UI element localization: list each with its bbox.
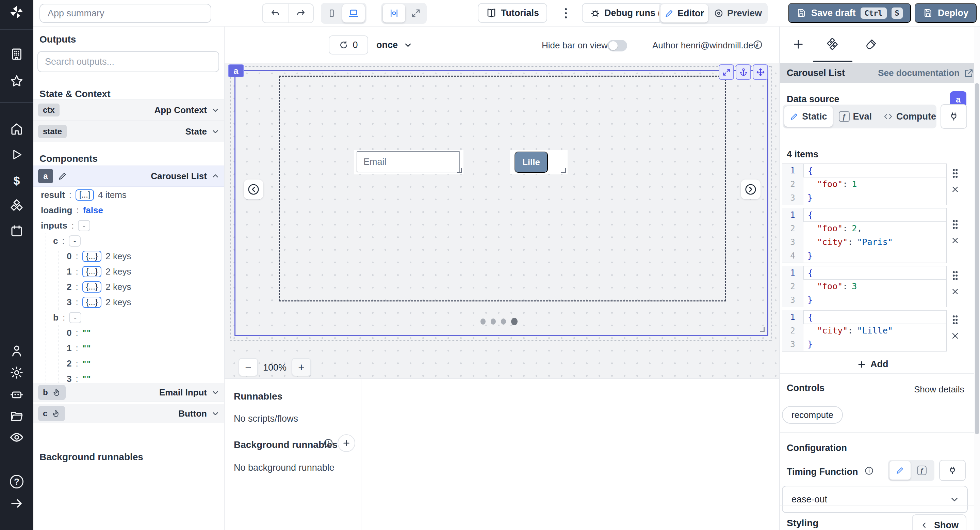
info-icon[interactable] xyxy=(323,438,334,448)
insert-component-tab[interactable] xyxy=(785,27,812,62)
carousel-next-button[interactable] xyxy=(741,179,760,199)
connect-plug-button[interactable] xyxy=(940,104,967,129)
delete-item-icon[interactable] xyxy=(951,287,959,296)
delete-item-icon[interactable] xyxy=(951,236,959,244)
resources-cubes-icon[interactable] xyxy=(9,198,24,213)
zoom-out-button[interactable]: − xyxy=(239,358,258,377)
scrollbar-thumb[interactable] xyxy=(975,83,979,434)
ctx-row[interactable]: ctx App Context xyxy=(33,99,224,121)
expand-object-chip[interactable]: {...} xyxy=(82,266,102,277)
static-mode-button[interactable]: Static xyxy=(784,106,833,127)
add-item-button[interactable]: Add xyxy=(852,357,893,372)
carousel-item-container[interactable] xyxy=(279,76,726,302)
redo-button[interactable] xyxy=(288,4,313,22)
help-icon[interactable]: ? xyxy=(9,474,24,489)
expand-array-chip[interactable]: [...] xyxy=(76,189,94,201)
component-a-row[interactable]: a Carousel List xyxy=(33,166,224,187)
info-icon[interactable] xyxy=(753,40,763,50)
resize-handle[interactable] xyxy=(561,168,566,173)
collapse-chip[interactable]: - xyxy=(78,220,90,231)
windmill-logo-icon[interactable] xyxy=(9,5,24,20)
desktop-view-button[interactable] xyxy=(342,4,365,22)
expand-component-button[interactable] xyxy=(719,64,734,80)
component-b-row[interactable]: b Email Input xyxy=(33,383,224,402)
info-icon[interactable] xyxy=(864,466,874,476)
carousel-prev-button[interactable] xyxy=(243,179,263,199)
json-editor[interactable]: 1{ 2"foo":1 3} xyxy=(782,163,947,205)
ai-robot-icon[interactable] xyxy=(9,387,24,402)
anchor-component-button[interactable] xyxy=(736,64,751,80)
static-mini-button[interactable] xyxy=(889,461,911,480)
hide-bar-toggle[interactable] xyxy=(608,40,627,51)
save-draft-button[interactable]: Save draft Ctrl S xyxy=(788,3,911,23)
carousel-dot-3[interactable] xyxy=(501,318,506,325)
tutorials-button[interactable]: Tutorials xyxy=(478,3,547,23)
delete-item-icon[interactable] xyxy=(951,185,959,193)
eye-icon[interactable] xyxy=(9,430,24,445)
json-editor[interactable]: 1{ 2"foo":2, 3"city":"Paris" 4} xyxy=(782,208,947,263)
expand-rail-arrow-icon[interactable] xyxy=(9,496,24,511)
collapse-chip[interactable]: - xyxy=(69,312,81,323)
canvas-grid[interactable]: a Lille xyxy=(224,63,779,378)
user-icon[interactable] xyxy=(9,343,24,358)
eval-mode-button[interactable]: f Eval xyxy=(833,106,878,127)
timing-function-select[interactable]: ease-out xyxy=(782,486,968,513)
selected-component-badge[interactable]: a xyxy=(228,64,244,77)
mobile-view-button[interactable] xyxy=(323,4,341,22)
fullscreen-button[interactable] xyxy=(407,4,425,22)
json-editor[interactable]: 1{ 2"city":"Lille" 3} xyxy=(782,310,947,351)
carousel-dot-2[interactable] xyxy=(491,318,496,325)
collapse-chip[interactable]: - xyxy=(69,235,81,247)
more-options-kebab-icon[interactable] xyxy=(559,6,573,21)
carousel-dot-4-active[interactable] xyxy=(511,318,517,325)
editor-tab[interactable]: Editor xyxy=(660,4,708,22)
search-outputs-input[interactable] xyxy=(37,51,219,72)
connect-plug-button[interactable] xyxy=(939,460,966,481)
deploy-button[interactable]: Deploy xyxy=(915,3,977,23)
preview-tab[interactable]: Preview xyxy=(710,4,766,22)
app-summary-input[interactable] xyxy=(40,4,211,23)
drag-handle-icon[interactable] xyxy=(951,219,959,230)
drag-handle-icon[interactable] xyxy=(951,270,959,281)
lille-button[interactable]: Lille xyxy=(514,152,548,173)
home-icon[interactable] xyxy=(9,121,24,136)
center-layout-button[interactable] xyxy=(383,4,405,22)
settings-gear-icon[interactable] xyxy=(9,365,24,380)
styling-brush-tab[interactable] xyxy=(858,27,885,62)
show-details-link[interactable]: Show details xyxy=(914,384,964,395)
schedules-calendar-icon[interactable] xyxy=(9,223,24,238)
json-editor[interactable]: 1{ 2"foo":3 3} xyxy=(782,266,947,307)
eval-mini-button[interactable]: f xyxy=(911,461,932,480)
expand-object-chip[interactable]: {...} xyxy=(82,281,102,292)
resize-handle[interactable] xyxy=(457,168,462,173)
see-documentation-link[interactable]: See documentation xyxy=(878,68,974,78)
workspace-icon[interactable] xyxy=(9,47,24,62)
edit-pencil-icon[interactable] xyxy=(58,171,67,181)
settings-components-tab[interactable] xyxy=(819,27,846,62)
move-component-button[interactable] xyxy=(753,64,768,80)
resize-handle[interactable] xyxy=(760,327,765,332)
add-background-runnable-button[interactable] xyxy=(337,434,355,452)
variables-dollar-icon[interactable]: $ xyxy=(9,173,24,188)
carousel-dot-1[interactable] xyxy=(480,318,485,325)
drag-handle-icon[interactable] xyxy=(951,315,959,325)
state-row[interactable]: state State xyxy=(33,121,224,142)
recompute-button[interactable]: recompute xyxy=(782,406,843,424)
zoom-in-button[interactable]: + xyxy=(292,358,311,377)
runs-play-icon[interactable] xyxy=(9,147,24,162)
show-styling-button[interactable]: Show xyxy=(912,514,966,530)
refresh-mode-select[interactable]: once xyxy=(376,35,413,54)
drag-handle-icon[interactable] xyxy=(951,168,959,179)
component-b-badge[interactable]: b xyxy=(38,385,66,400)
favorites-star-icon[interactable] xyxy=(9,73,24,89)
delete-item-icon[interactable] xyxy=(951,332,959,340)
component-c-row[interactable]: c Button xyxy=(33,404,224,423)
folders-icon[interactable] xyxy=(9,409,24,424)
email-input[interactable] xyxy=(356,151,460,172)
undo-button[interactable] xyxy=(263,4,288,22)
refresh-count-button[interactable]: 0 xyxy=(329,35,368,54)
expand-object-chip[interactable]: {...} xyxy=(82,251,102,262)
expand-object-chip[interactable]: {...} xyxy=(82,297,102,308)
compute-mode-button[interactable]: Compute xyxy=(878,106,942,127)
component-c-badge[interactable]: c xyxy=(38,406,65,421)
